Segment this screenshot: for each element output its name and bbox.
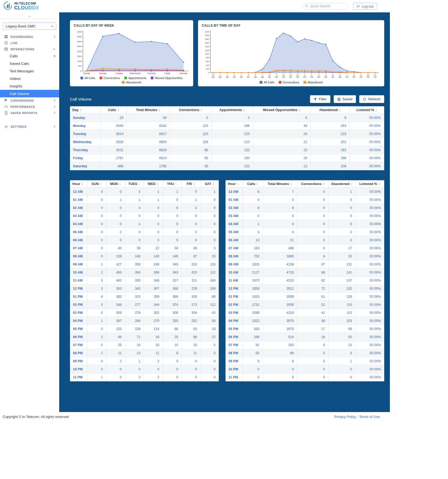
column-header-listened[interactable]: Listened % bbox=[350, 107, 384, 114]
column-header-connections[interactable]: Connections bbox=[297, 180, 329, 188]
filter-button[interactable]: Filter bbox=[310, 95, 330, 103]
sidebar-item-label: Text Messages bbox=[10, 69, 34, 73]
column-header-tues[interactable]: TUES bbox=[125, 180, 144, 188]
cell: 21 bbox=[263, 236, 297, 244]
quick-search[interactable] bbox=[302, 3, 348, 10]
svg-text:AM: AM bbox=[275, 76, 278, 78]
sidebar-item-text-messages[interactable]: Text Messages bbox=[0, 67, 59, 75]
column-header-hour[interactable]: Hour bbox=[70, 180, 87, 188]
column-label: Day bbox=[72, 108, 79, 112]
cell: 0 bbox=[144, 228, 163, 236]
main-content: CALLS BY DAY OF WEEK 0500100015002000250… bbox=[59, 12, 390, 412]
search-input[interactable] bbox=[310, 4, 345, 8]
cell: 0 bbox=[182, 357, 200, 365]
cell: 0 bbox=[87, 220, 106, 228]
sidebar-item-interactions[interactable]: INTERACTIONS bbox=[0, 46, 59, 52]
row-label: 04 PM bbox=[226, 317, 243, 325]
legend-item-connections: Connections bbox=[279, 81, 299, 84]
cell: 38 bbox=[163, 244, 182, 252]
column-header-fri[interactable]: FRI bbox=[182, 180, 200, 188]
cell: 112 bbox=[200, 301, 219, 309]
cell: 66 bbox=[263, 349, 297, 357]
column-header-abandoned[interactable]: Abandoned bbox=[329, 180, 355, 188]
table-row: 01 PM636332335936630989 bbox=[70, 293, 219, 301]
cell: 0 bbox=[106, 365, 125, 373]
column-header-abandoned[interactable]: Abandoned bbox=[311, 107, 350, 114]
sidebar-item-videos[interactable]: Videos bbox=[0, 75, 59, 82]
cell: 0 bbox=[200, 357, 219, 365]
column-header-connections[interactable]: Connections bbox=[170, 107, 212, 114]
sidebar-item-insights[interactable]: Insights bbox=[0, 82, 59, 90]
sidebar-item-call-volume[interactable]: Call Volume bbox=[0, 90, 59, 97]
sort-icon bbox=[339, 109, 341, 112]
cell: 1 bbox=[144, 188, 163, 196]
svg-text:4000: 4000 bbox=[77, 31, 82, 33]
cell: 0 bbox=[87, 341, 106, 349]
cell: 0 bbox=[182, 365, 200, 373]
logout-button[interactable]: Log out bbox=[353, 3, 377, 10]
column-header-missed-opportunities[interactable]: Missed Opportunities bbox=[253, 107, 311, 114]
svg-text:8: 8 bbox=[269, 74, 270, 76]
refresh-button[interactable]: Refresh bbox=[359, 95, 384, 103]
row-label: 07 PM bbox=[226, 341, 243, 349]
cell: 252 bbox=[182, 317, 200, 325]
cell: 1522 bbox=[243, 317, 263, 325]
cell: 3 bbox=[125, 188, 144, 196]
column-header-listened[interactable]: Listened % bbox=[355, 180, 384, 188]
table-row: 06 AM0530500 bbox=[70, 236, 219, 244]
table-row: 11 AM197043108213700.00% bbox=[226, 276, 384, 285]
cell: 115 bbox=[170, 122, 212, 130]
saved-button[interactable]: Saved bbox=[334, 95, 356, 103]
column-header-appointments[interactable]: Appointments bbox=[211, 107, 253, 114]
column-header-wed[interactable]: WED bbox=[144, 180, 163, 188]
cell: 0 bbox=[182, 212, 200, 220]
sidebar-item-settings[interactable]: SETTINGS bbox=[0, 123, 59, 130]
table-row: 11 PM1022000 bbox=[70, 373, 219, 381]
cell: 349 bbox=[163, 260, 182, 268]
column-header-sun[interactable]: SUN bbox=[87, 180, 106, 188]
column-header-calls[interactable]: Calls bbox=[101, 107, 127, 114]
cell: 323 bbox=[182, 260, 200, 268]
column-header-mon[interactable]: MON bbox=[106, 180, 125, 188]
column-header-calls[interactable]: Calls bbox=[243, 180, 263, 188]
row-label: 01 PM bbox=[226, 293, 243, 301]
sidebar-item-performance[interactable]: PERFORMANCE bbox=[0, 104, 59, 110]
cell: 82 bbox=[297, 276, 329, 285]
cell: 137 bbox=[329, 276, 355, 285]
column-label: Calls bbox=[247, 182, 255, 186]
column-header-hour[interactable]: Hour bbox=[226, 180, 243, 188]
sidebar-item-dashboards[interactable]: DASHBOARDS bbox=[0, 34, 59, 40]
sidebar-item-conversions[interactable]: CONVERSIONS bbox=[0, 97, 59, 104]
cell: 0 bbox=[163, 196, 182, 204]
cell: 186 bbox=[311, 154, 350, 162]
svg-text:5: 5 bbox=[332, 74, 333, 76]
svg-text:12: 12 bbox=[212, 74, 214, 76]
column-header-total-minutes[interactable]: Total Minutes bbox=[127, 107, 170, 114]
cell: 394 bbox=[125, 268, 144, 276]
column-header-thu[interactable]: THU bbox=[163, 180, 182, 188]
svg-text:1800: 1800 bbox=[205, 38, 209, 40]
cell: 1 bbox=[106, 196, 125, 204]
row-label: 06 AM bbox=[226, 236, 243, 244]
dealership-select[interactable]: Legacy Buick GMC bbox=[3, 23, 56, 30]
cell: 0 bbox=[163, 212, 182, 220]
cell: 2 bbox=[329, 228, 355, 236]
cell: 0 bbox=[297, 212, 329, 220]
cell: 00.00% bbox=[355, 301, 384, 309]
row-label: 12 AM bbox=[226, 188, 243, 196]
column-header-total-minutes[interactable]: Total Minutes bbox=[263, 180, 297, 188]
cell: 00.00% bbox=[355, 244, 384, 252]
column-header-sat[interactable]: SAT bbox=[200, 180, 219, 188]
footer-links[interactable]: Privacy Policy - Terms of Use bbox=[334, 415, 380, 419]
sidebar-item-calls[interactable]: Calls bbox=[0, 52, 59, 60]
sidebar-item-saved-reports[interactable]: SAVED REPORTS bbox=[0, 110, 59, 116]
sidebar-item-saved-calls[interactable]: Saved Calls bbox=[0, 60, 59, 67]
cell: 359 bbox=[144, 293, 163, 301]
legend-swatch bbox=[124, 77, 127, 79]
collapse-sidebar-button[interactable]: ← bbox=[0, 12, 59, 19]
cell: 0 bbox=[87, 244, 106, 252]
svg-text:3: 3 bbox=[318, 74, 319, 76]
sidebar-item-live[interactable]: LIVE bbox=[0, 40, 59, 46]
cell: 17 bbox=[297, 325, 329, 333]
column-header-day[interactable]: Day bbox=[70, 107, 101, 114]
